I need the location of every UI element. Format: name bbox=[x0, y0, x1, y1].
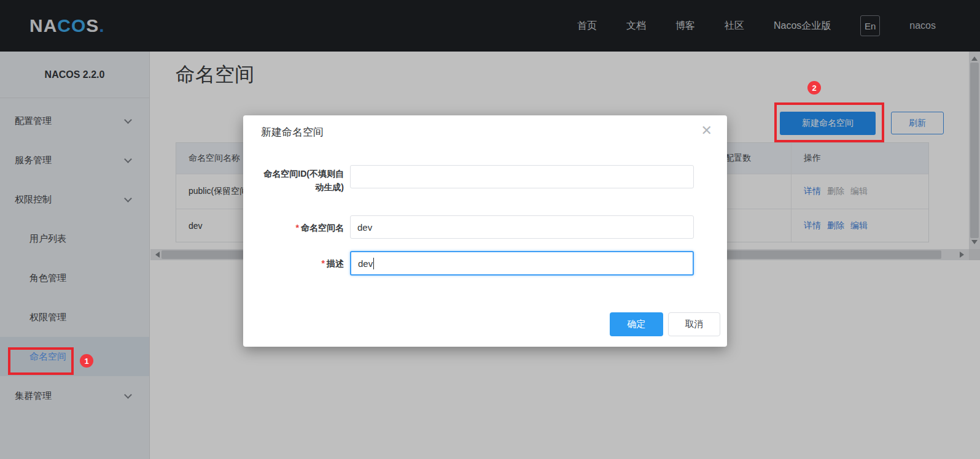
nacos-console: NACOS. 首页 文档 博客 社区 Nacos企业版 En nacos NAC… bbox=[0, 0, 980, 459]
text-cursor bbox=[373, 258, 374, 269]
confirm-button[interactable]: 确定 bbox=[610, 312, 663, 336]
namespace-id-input[interactable] bbox=[350, 165, 694, 188]
description-label: *描述 bbox=[255, 256, 344, 270]
close-icon[interactable]: ✕ bbox=[701, 123, 712, 139]
description-input[interactable]: dev bbox=[350, 251, 694, 276]
namespace-name-input[interactable]: dev bbox=[350, 215, 694, 239]
input-value: dev bbox=[357, 222, 372, 233]
annotation-badge-step1: 1 bbox=[80, 354, 93, 368]
annotation-box-step1 bbox=[8, 347, 74, 375]
cancel-button[interactable]: 取消 bbox=[668, 312, 720, 336]
annotation-badge-step2: 2 bbox=[807, 81, 821, 94]
namespace-name-label: *命名空间名 bbox=[255, 221, 344, 234]
input-value: dev bbox=[358, 258, 373, 269]
namespace-id-label: 命名空间ID(不填则自动生成) bbox=[255, 167, 344, 194]
dialog-title: 新建命名空间 bbox=[261, 125, 324, 139]
annotation-box-step2 bbox=[774, 102, 884, 142]
new-namespace-dialog: 新建命名空间 ✕ 命名空间ID(不填则自动生成) *命名空间名 dev *描述 … bbox=[243, 115, 727, 347]
